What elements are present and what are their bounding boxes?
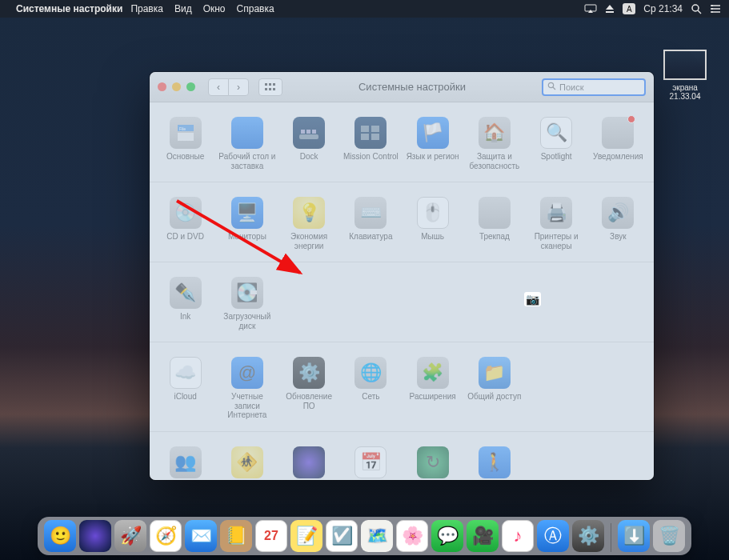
screenshot-thumbnail-icon [663,50,707,80]
pref-label: Звук [610,232,627,242]
pref-notifications[interactable]: Уведомления [587,114,649,174]
keyboard-icon: ⌨️ [354,197,387,229]
pref-energy-saver[interactable]: 💡Экономия энергии [278,194,340,254]
clock[interactable]: Ср 21:34 [643,3,683,14]
menu-view[interactable]: Вид [174,3,192,14]
dock-launchpad[interactable]: 🚀 [114,520,146,552]
pref-label: Принтеры и сканеры [527,232,585,250]
minimize-button[interactable] [172,82,181,91]
dock-appstore[interactable]: Ⓐ [537,520,569,552]
back-button[interactable]: ‹ [208,78,229,96]
desktop-screenshot-file[interactable]: экрана 21.33.04 [661,50,709,101]
pref-trackpad[interactable]: Трекпад [463,194,525,254]
notification-center-icon[interactable] [710,4,721,14]
dock-siri[interactable] [79,520,111,552]
pref-security[interactable]: 🏠Защита и безопасность [463,114,525,174]
dock-downloads[interactable]: ⬇️ [618,520,650,552]
search-field[interactable] [542,78,646,96]
pref-general[interactable]: FileОсновные [154,114,216,174]
dock-calendar[interactable]: 27 [255,520,287,552]
dock-notes[interactable]: 📝 [290,520,322,552]
dock-system-preferences[interactable]: ⚙️ [572,520,604,552]
pref-users-groups[interactable]: 👥Пользователи и группы [154,443,216,481]
bulb-icon: 💡 [293,197,325,229]
pref-accessibility[interactable]: 🚶Универсальный доступ [463,443,525,481]
file-label-line2: 21.33.04 [661,92,709,101]
pref-cd-dvd[interactable]: 💿CD и DVD [154,194,216,254]
dock-reminders[interactable]: ☑️ [326,520,358,552]
menu-help[interactable]: Справка [237,3,274,14]
pref-dock[interactable]: Dock [278,114,340,174]
pref-desktop[interactable]: Рабочий стол и заставка [216,114,278,174]
show-all-button[interactable] [258,78,282,96]
svg-rect-24 [301,130,305,134]
pref-parental-controls[interactable]: 🚸Родительский контроль [216,443,278,481]
svg-point-4 [692,5,699,11]
forward-button[interactable]: › [228,78,249,96]
parental-icon: 🚸 [231,446,263,478]
pref-displays[interactable]: 🖥️Мониторы [216,194,278,254]
airplay-icon[interactable] [584,4,597,14]
startup-disk-icon: 💽 [231,277,263,309]
pref-extensions[interactable]: 🧩Расширения [402,354,463,423]
pref-keyboard[interactable]: ⌨️Клавиатура [340,194,402,254]
svg-point-18 [548,82,553,87]
pref-label: Язык и регион [407,152,459,162]
pref-date-time[interactable]: 📅Дата и время [340,443,402,481]
screenshot-camera-icon: 📷 [524,292,541,306]
pref-sound[interactable]: 🔊Звук [587,194,649,254]
puzzle-icon: 🧩 [417,357,449,389]
pref-mouse[interactable]: 🖱️Мышь [402,194,463,254]
pref-siri[interactable]: Siri [278,443,340,481]
dock-trash[interactable]: 🗑️ [653,520,685,552]
dock-maps[interactable]: 🗺️ [361,520,393,552]
dock-photos[interactable]: 🌸 [396,520,428,552]
disc-icon: 💿 [170,197,202,229]
spotlight-menubar-icon[interactable] [691,3,702,14]
pref-printers[interactable]: 🖨️Принтеры и сканеры [526,194,587,254]
dock-contacts[interactable]: 📒 [220,520,252,552]
security-icon: 🏠 [479,117,511,149]
dock-itunes[interactable]: ♪ [502,520,534,552]
menubar: Системные настройки Правка Вид Окно Спра… [0,0,729,18]
zoom-button[interactable] [186,82,195,91]
siri-icon [293,446,325,478]
app-menu[interactable]: Системные настройки [16,3,122,14]
pref-internet-accounts[interactable]: @Учетные записи Интернета [216,354,278,423]
window-controls [158,82,195,91]
svg-rect-25 [306,130,310,134]
icloud-icon: ☁️ [170,357,202,389]
search-input[interactable] [559,82,654,92]
dock-messages[interactable]: 💬 [431,520,463,552]
pref-startup-disk[interactable]: 💽Загрузочный диск [216,274,278,334]
dock-facetime[interactable]: 🎥 [467,520,499,552]
eject-icon[interactable] [605,4,615,14]
pref-spotlight[interactable]: 🔍Spotlight [526,114,587,174]
pref-ink[interactable]: ✒️Ink [154,274,216,334]
dock-safari[interactable]: 🧭 [150,520,182,552]
svg-rect-15 [265,88,267,90]
svg-rect-23 [299,134,318,139]
menu-window[interactable]: Окно [203,3,226,14]
general-icon: File [170,117,202,149]
pref-time-machine[interactable]: ↻Time Machine [402,443,463,481]
dock-mail[interactable]: ✉️ [185,520,217,552]
pref-language-region[interactable]: 🏳️Язык и регион [402,114,463,174]
menu-edit[interactable]: Правка [130,3,163,14]
dock-finder[interactable]: 🙂 [44,520,76,552]
pref-label: Сеть [362,392,379,402]
pref-sharing[interactable]: 📁Общий доступ [463,354,525,423]
printer-icon: 🖨️ [540,197,572,229]
prefs-row-1: FileОсновные Рабочий стол и заставка Doc… [150,102,654,182]
at-icon: @ [231,357,263,389]
svg-rect-17 [273,88,275,90]
svg-rect-30 [371,134,379,140]
close-button[interactable] [158,82,166,91]
input-source-badge[interactable]: А [623,3,635,14]
pref-network[interactable]: 🌐Сеть [340,354,402,423]
pref-icloud[interactable]: ☁️iCloud [154,354,216,423]
pref-label: Dock [300,152,318,162]
pref-mission-control[interactable]: Mission Control [340,114,402,174]
pref-label: CD и DVD [166,232,204,242]
pref-software-update[interactable]: ⚙️Обновление ПО [278,354,340,423]
